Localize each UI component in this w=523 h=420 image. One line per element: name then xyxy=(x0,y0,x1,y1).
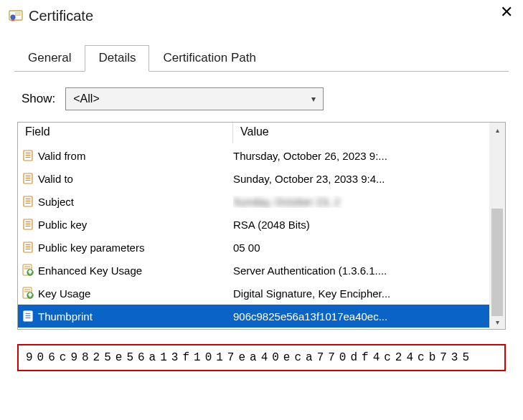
scroll-down-icon[interactable]: ▾ xyxy=(489,315,505,329)
field-name: Valid to xyxy=(38,173,233,185)
close-button[interactable]: ✕ xyxy=(500,4,513,20)
scroll-track[interactable] xyxy=(489,137,505,315)
field-name: Subject xyxy=(38,196,233,208)
field-value: RSA (2048 Bits) xyxy=(233,219,489,231)
svg-point-1 xyxy=(11,15,15,19)
tab-general[interactable]: General xyxy=(14,45,85,72)
list-header: Field Value xyxy=(18,123,489,144)
field-name: Enhanced Key Usage xyxy=(38,264,233,277)
field-value: 05 00 xyxy=(233,242,489,254)
chevron-down-icon: ▾ xyxy=(311,94,316,104)
field-name: Public key parameters xyxy=(38,242,233,254)
property-icon xyxy=(18,310,38,323)
list-row[interactable]: Key UsageDigital Signature, Key Encipher… xyxy=(18,282,489,305)
show-filter-value: <All> xyxy=(73,92,99,105)
show-row: Show: <All> ▾ xyxy=(22,87,509,110)
property-icon xyxy=(18,149,38,162)
field-value: Sunday, October 23, 2033 9:4... xyxy=(233,173,489,185)
list-row[interactable]: Enhanced Key UsageServer Authentication … xyxy=(18,259,489,282)
show-filter-select[interactable]: <All> ▾ xyxy=(65,87,324,110)
property-icon xyxy=(18,195,38,208)
field-value: Digital Signature, Key Encipher... xyxy=(233,287,489,300)
field-value: 906c9825e56a13f1017ea40ec... xyxy=(233,310,489,323)
list-row[interactable]: Thumbprint906c9825e56a13f1017ea40ec... xyxy=(18,305,489,328)
extension-icon xyxy=(18,287,38,300)
list-row[interactable]: Public key parameters05 00 xyxy=(18,236,489,259)
show-label: Show: xyxy=(22,92,55,106)
thumbprint-full-value: 906c9825e56a13f1017ea40eca770df4c24cb735 xyxy=(26,351,473,364)
certificate-icon xyxy=(9,9,23,23)
property-icon xyxy=(18,172,38,185)
list-row[interactable]: Public keyRSA (2048 Bits) xyxy=(18,213,489,236)
list-row[interactable]: SubjectSunday, October 23, 2 xyxy=(18,190,489,213)
scroll-thumb[interactable] xyxy=(491,209,503,316)
thumbprint-detail-box: 906c9825e56a13f1017ea40eca770df4c24cb735 xyxy=(17,344,506,371)
scroll-up-icon[interactable]: ▴ xyxy=(489,123,505,137)
field-name: Thumbprint xyxy=(38,310,233,323)
fields-list: Field Value Valid fromThursday, October … xyxy=(17,122,506,330)
field-value: Sunday, October 23, 2 xyxy=(233,196,489,208)
window-title: Certificate xyxy=(29,8,93,24)
property-icon xyxy=(18,218,38,231)
list-row[interactable]: Valid fromThursday, October 26, 2023 9:.… xyxy=(18,144,489,167)
extension-icon xyxy=(18,264,38,277)
field-value: Server Authentication (1.3.6.1.... xyxy=(233,264,489,277)
scrollbar-vertical[interactable]: ▴ ▾ xyxy=(489,123,505,329)
tab-details[interactable]: Details xyxy=(85,45,149,72)
tab-certification-path[interactable]: Certification Path xyxy=(149,45,269,72)
tab-strip: General Details Certification Path xyxy=(14,44,509,72)
field-value: Thursday, October 26, 2023 9:... xyxy=(233,150,489,162)
list-row[interactable]: Valid toSunday, October 23, 2033 9:4... xyxy=(18,167,489,190)
field-name: Public key xyxy=(38,219,233,231)
title-bar: Certificate ✕ xyxy=(0,0,523,32)
column-header-value[interactable]: Value xyxy=(233,123,489,143)
field-name: Valid from xyxy=(38,150,233,162)
property-icon xyxy=(18,241,38,254)
field-name: Key Usage xyxy=(38,287,233,300)
column-header-field[interactable]: Field xyxy=(18,123,233,143)
